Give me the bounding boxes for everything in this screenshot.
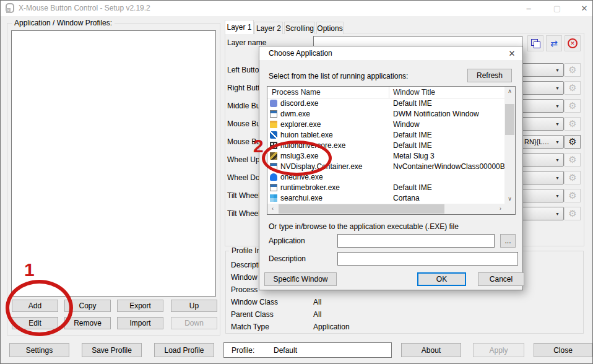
import-button[interactable]: Import [117,317,163,329]
chevron-down-icon: ▼ [555,176,560,180]
window-icon [270,184,277,191]
profile-info-parent-class-value: All [313,310,321,319]
gear-icon-button-1[interactable]: ⚙ [565,63,581,77]
tab-layer1[interactable]: Layer 1 [225,20,254,34]
gear-icon: ⚙ [568,100,576,111]
remove-button[interactable]: Remove [64,317,111,329]
gear-icon: ⚙ [568,82,576,93]
gear-icon: ⚙ [568,154,576,165]
gear-icon: ⚙ [568,136,576,147]
column-process-name[interactable]: Process Name [272,88,321,97]
gear-icon-button-9[interactable]: ⚙ [565,207,581,220]
description-label: Description [269,254,306,263]
scroll-up-icon[interactable]: ∧ [504,87,515,96]
current-profile-box: Profile: Default [223,342,392,358]
folder-icon [270,121,277,128]
app-mouse-icon [6,3,14,13]
tiles-icon [270,194,277,202]
cloud-icon [270,173,277,181]
window-title: X-Mouse Button Control - Setup v2.19.2 [19,4,150,12]
scroll-left-icon[interactable]: ‹ [267,204,278,214]
action-label-wheel-up: Wheel Up [227,155,260,164]
horizontal-scroll-thumb[interactable] [279,204,444,214]
vertical-scrollbar[interactable]: ∧ ∨ [504,87,515,204]
specific-window-button[interactable]: Specific Window [264,272,337,286]
dialog-title: Choose Application [269,49,332,58]
profile-info-window-class-label: Window Class [231,298,278,306]
gear-icon: ⚙ [568,208,576,219]
dialog-title-bar: Choose Application ✕ [259,46,522,60]
xmbc-window: X-Mouse Button Control - Setup v2.19.2 –… [0,0,593,364]
pen-icon [270,131,277,139]
browse-button[interactable]: ... [500,234,516,248]
description-input[interactable] [337,252,518,266]
tab-scrolling[interactable]: Scrolling [284,22,315,34]
refresh-button[interactable]: Refresh [467,69,512,82]
profiles-group-label: Application / Window Profiles: [12,19,115,27]
discord-icon [270,100,277,107]
horizontal-scrollbar[interactable]: ‹ › [267,204,506,214]
listview-header: Process Name Window Title [267,87,504,98]
chevron-down-icon: ▼ [555,212,560,216]
gear-icon-button-3[interactable]: ⚙ [565,99,581,113]
application-input[interactable] [337,234,495,248]
profile-info-process-label: Process [231,285,258,294]
gear-icon: ⚙ [568,64,576,76]
process-row-explorer[interactable]: explorer.exe Window [267,119,504,130]
application-label: Application [269,236,305,245]
export-button[interactable]: Export [117,300,163,312]
chevron-down-icon: ▼ [555,158,560,162]
load-profile-button[interactable]: Load Profile [154,343,214,357]
annotation-circle-mslug3 [262,141,332,176]
profiles-listbox[interactable] [11,30,216,297]
close-button[interactable]: ✕ [575,1,593,15]
chevron-down-icon: ▼ [555,194,560,198]
apply-button[interactable]: Apply [473,343,524,357]
about-button[interactable]: About [401,343,461,357]
tab-options[interactable]: Options [316,22,344,34]
annotation-step2-number: 2 [253,136,264,157]
save-profile-button[interactable]: Save Profile [82,343,142,357]
ok-button[interactable]: OK [417,272,466,286]
gear-icon-button-8[interactable]: ⚙ [565,189,581,202]
gear-icon: ⚙ [568,172,576,183]
gear-icon-button-6[interactable]: ⚙ [565,153,581,167]
chevron-down-icon: ▼ [555,140,560,144]
process-row-huion-tablet[interactable]: huion tablet.exe Default IME [267,130,504,141]
cancel-button[interactable]: Cancel [478,272,524,286]
gear-icon-button-7[interactable]: ⚙ [565,171,581,184]
process-row-discord[interactable]: discord.exe Default IME [267,98,504,109]
title-bar: X-Mouse Button Control - Setup v2.19.2 –… [1,1,592,16]
gear-icon: ⚙ [568,190,576,201]
up-button[interactable]: Up [171,300,217,312]
process-row-dwm[interactable]: dwm.exe DWM Notification Window [267,109,504,119]
annotation-step1-number: 1 [24,259,35,280]
profile-info-match-type-value: Application [313,323,350,331]
process-row-runtimebroker[interactable]: runtimebroker.exe Default IME [267,183,504,193]
profile-value: Default [274,346,297,355]
scroll-down-icon[interactable]: ∨ [504,194,515,204]
dialog-close-icon[interactable]: ✕ [506,48,517,59]
gear-icon-button-5[interactable]: ⚙ [565,135,581,149]
profile-info-window-class-value: All [313,298,321,306]
gear-icon-button-2[interactable]: ⚙ [565,81,581,95]
down-button[interactable]: Down [171,317,217,329]
gear-icon-button-4[interactable]: ⚙ [565,117,581,131]
column-window-title[interactable]: Window Title [393,88,435,97]
maximize-button[interactable]: ▢ [548,1,566,15]
copy-layer-icon-button[interactable] [527,35,543,51]
minimize-button[interactable]: – [519,1,538,15]
profile-info-match-type-label: Match Type [231,323,269,331]
process-row-searchui[interactable]: searchui.exe Cortana [267,193,504,204]
gear-icon: ⚙ [568,118,576,129]
tab-layer2[interactable]: Layer 2 [254,22,283,34]
swap-layers-icon-button[interactable]: ⇄ [546,35,562,51]
settings-button[interactable]: Settings [9,343,69,357]
close-window-button[interactable]: Close [534,343,592,357]
select-running-apps-label: Select from the list of running applicat… [269,72,408,80]
red-cancel-icon: ✕ [568,38,578,48]
vertical-scroll-thumb[interactable] [505,104,514,135]
reset-layer-icon-button[interactable]: ✕ [565,35,581,51]
profile-label: Profile: [232,346,254,355]
window-icon [270,110,277,118]
